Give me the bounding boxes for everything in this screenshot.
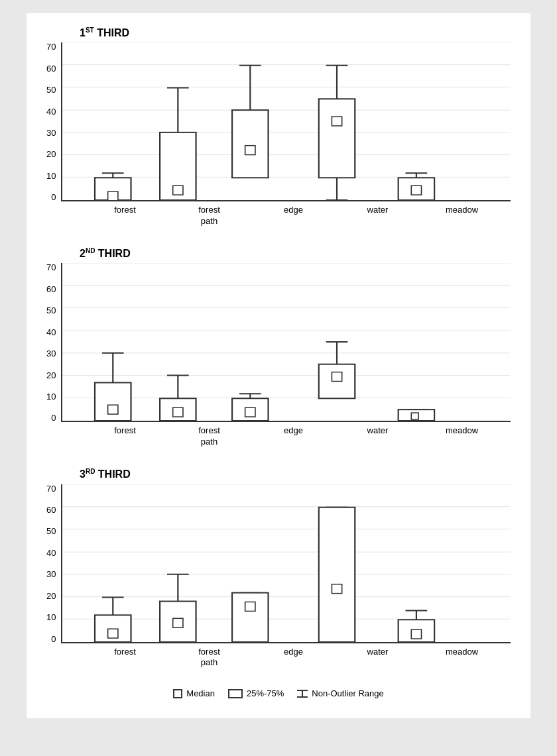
y-tick: 0 — [51, 635, 56, 643]
svg-rect-74 — [245, 602, 255, 611]
chart3-svg — [62, 484, 511, 642]
x-label-water: water — [351, 205, 404, 227]
y-tick: 0 — [51, 413, 56, 422]
chart1-svg — [62, 42, 511, 200]
legend-median-box — [173, 689, 182, 698]
y-tick: 60 — [46, 64, 56, 73]
legend: Median 25%-75% Non-Outlier Range — [46, 688, 511, 698]
chart-1st-third: 1ST THIRD 70 60 50 40 30 20 10 0 — [46, 27, 511, 227]
y-tick: 70 — [46, 263, 56, 272]
svg-rect-10 — [108, 191, 118, 200]
svg-rect-66 — [108, 629, 118, 638]
y-tick: 30 — [46, 349, 56, 358]
y-tick: 40 — [46, 107, 56, 116]
y-tick: 40 — [46, 328, 56, 337]
legend-whisker-cap-bottom — [297, 696, 308, 698]
x-label-forest: forest — [99, 647, 152, 669]
x-label-meadow: meadow — [436, 205, 489, 227]
x-label-water: water — [351, 425, 404, 448]
chart1-y-axis: 70 60 50 40 30 20 10 0 — [46, 42, 61, 201]
svg-rect-78 — [332, 584, 342, 593]
legend-whisker-line — [302, 691, 303, 696]
legend-range-label: Non-Outlier Range — [312, 688, 383, 698]
chart-3rd-third: 3RD THIRD 70 60 50 40 30 20 10 0 — [46, 468, 511, 669]
x-label-edge: edge — [267, 647, 320, 669]
x-label-forest-path: forestpath — [183, 647, 236, 669]
x-label-forest: forest — [99, 425, 152, 448]
legend-iqr-box — [228, 689, 243, 698]
y-tick: 50 — [46, 306, 56, 315]
svg-rect-47 — [245, 408, 255, 417]
y-tick: 60 — [46, 285, 56, 294]
y-tick: 10 — [46, 392, 56, 401]
y-tick: 50 — [46, 85, 56, 94]
svg-rect-38 — [95, 383, 131, 421]
chart1-x-labels: forest forestpath edge water meadow — [76, 201, 511, 227]
chart2-svg — [62, 263, 511, 421]
svg-rect-55 — [412, 413, 419, 420]
svg-rect-51 — [332, 372, 342, 382]
y-tick: 70 — [46, 42, 56, 51]
y-tick: 0 — [51, 193, 56, 201]
legend-whisker-icon — [297, 690, 308, 698]
chart-2nd-third: 2ND THIRD 70 60 50 40 30 20 10 0 — [46, 247, 511, 448]
chart3-area: 70 60 50 40 30 20 10 0 — [46, 484, 511, 643]
legend-iqr: 25%-75% — [228, 688, 284, 698]
x-label-forest-path: forestpath — [183, 205, 236, 227]
y-tick: 50 — [46, 527, 56, 535]
x-label-forest: forest — [99, 205, 152, 227]
chart3-inner — [61, 484, 511, 643]
y-tick: 70 — [46, 484, 56, 493]
svg-rect-22 — [332, 117, 342, 126]
y-tick: 60 — [46, 506, 56, 514]
y-tick: 30 — [46, 570, 56, 578]
chart2-y-axis: 70 60 50 40 30 20 10 0 — [46, 263, 61, 422]
legend-range: Non-Outlier Range — [297, 688, 383, 698]
x-label-water: water — [351, 647, 404, 669]
chart3-title: 3RD THIRD — [80, 468, 511, 480]
svg-rect-43 — [173, 408, 183, 417]
svg-rect-28 — [412, 186, 422, 195]
svg-rect-82 — [412, 629, 422, 639]
y-tick: 10 — [46, 613, 56, 621]
chart1-area: 70 60 50 40 30 20 10 0 — [46, 42, 511, 201]
chart2-x-labels: forest forestpath edge water meadow — [76, 422, 511, 448]
svg-rect-73 — [233, 592, 269, 641]
y-tick: 40 — [46, 549, 56, 557]
chart3-x-labels: forest forestpath edge water meadow — [76, 643, 511, 669]
svg-rect-70 — [173, 618, 183, 627]
chart3-y-axis: 70 60 50 40 30 20 10 0 — [46, 484, 61, 643]
svg-rect-18 — [245, 146, 255, 155]
y-tick: 30 — [46, 129, 56, 137]
y-tick: 20 — [46, 150, 56, 158]
x-label-edge: edge — [267, 425, 320, 448]
y-tick: 20 — [46, 592, 56, 600]
svg-rect-21 — [319, 99, 355, 178]
x-label-edge: edge — [267, 205, 320, 227]
chart1-title: 1ST THIRD — [80, 27, 511, 39]
y-tick: 10 — [46, 172, 56, 180]
chart1-inner — [61, 42, 511, 201]
legend-iqr-label: 25%-75% — [247, 688, 284, 698]
svg-rect-39 — [108, 405, 118, 415]
legend-median-label: Median — [186, 688, 215, 698]
x-label-meadow: meadow — [436, 647, 489, 669]
x-label-meadow: meadow — [436, 425, 489, 448]
svg-rect-14 — [173, 186, 183, 195]
chart2-area: 70 60 50 40 30 20 10 0 — [46, 263, 511, 422]
svg-rect-77 — [319, 507, 355, 641]
y-tick: 20 — [46, 371, 56, 380]
svg-rect-17 — [233, 110, 269, 178]
chart2-title: 2ND THIRD — [80, 247, 511, 260]
chart2-inner — [61, 263, 511, 422]
legend-median: Median — [173, 688, 215, 698]
page: 1ST THIRD 70 60 50 40 30 20 10 0 — [27, 13, 530, 718]
x-label-forest-path: forestpath — [183, 425, 236, 448]
